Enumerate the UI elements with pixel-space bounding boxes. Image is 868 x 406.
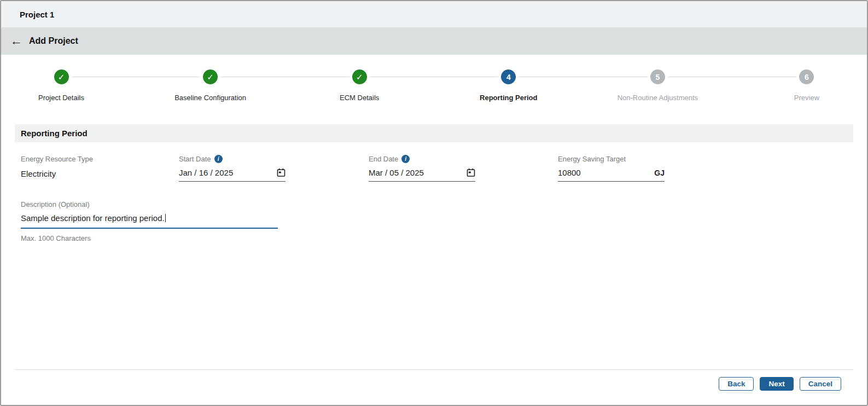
- start-date-value: Jan / 16 / 2025: [179, 168, 233, 177]
- end-date-info-icon[interactable]: i: [401, 155, 410, 163]
- step-1-check-icon: ✓: [54, 69, 69, 84]
- step-4-label: Reporting Period: [480, 94, 537, 102]
- text-caret: [165, 214, 166, 222]
- cancel-button[interactable]: Cancel: [800, 377, 841, 391]
- energy-saving-target-value: 10800: [558, 168, 581, 177]
- energy-saving-target-group: Energy Saving Target 10800 GJ: [558, 155, 665, 182]
- step-baseline-configuration[interactable]: ✓ Baseline Configuration: [164, 69, 257, 102]
- energy-resource-type-group: Energy Resource Type Electricity: [21, 155, 179, 182]
- step-4-number-badge: 4: [501, 69, 516, 84]
- back-arrow-icon[interactable]: ←: [10, 35, 22, 47]
- description-input[interactable]: Sample description for reporting period.: [21, 213, 278, 229]
- energy-resource-type-value: Electricity: [21, 169, 179, 178]
- step-2-check-icon: ✓: [203, 69, 218, 84]
- step-ecm-details[interactable]: ✓ ECM Details: [313, 69, 406, 102]
- energy-resource-type-label: Energy Resource Type: [21, 155, 179, 163]
- description-group: Description (Optional) Sample descriptio…: [21, 200, 847, 242]
- page-titlebar: Project 1: [1, 1, 867, 27]
- step-2-label: Baseline Configuration: [174, 94, 246, 102]
- end-date-group: End Date i Mar / 05 / 2025: [369, 155, 558, 182]
- energy-saving-target-label: Energy Saving Target: [558, 155, 665, 163]
- start-date-input[interactable]: Jan / 16 / 2025: [179, 168, 286, 182]
- energy-saving-target-unit: GJ: [654, 169, 665, 177]
- add-project-window: Project 1 ← Add Project ✓ Project Detail…: [0, 0, 868, 406]
- step-5-number-badge: 5: [650, 69, 665, 84]
- form-content: Energy Resource Type Electricity Start D…: [1, 142, 867, 369]
- step-1-label: Project Details: [38, 94, 84, 102]
- step-6-number-badge: 6: [799, 69, 814, 84]
- section-title: Reporting Period: [21, 129, 88, 138]
- section-header: Reporting Period: [15, 124, 853, 142]
- description-value: Sample description for reporting period.: [21, 213, 165, 223]
- end-date-value: Mar / 05 / 2025: [369, 168, 424, 177]
- start-date-group: Start Date i Jan / 16 / 2025: [179, 155, 369, 182]
- start-date-info-icon[interactable]: i: [214, 155, 223, 163]
- wizard-stepper: ✓ Project Details ✓ Baseline Configurati…: [1, 55, 867, 119]
- step-preview[interactable]: 6 Preview: [760, 69, 853, 102]
- step-6-label: Preview: [794, 94, 819, 102]
- end-date-label: End Date: [369, 155, 398, 163]
- footer-divider: [15, 369, 853, 370]
- description-helper-text: Max. 1000 Characters: [21, 234, 847, 242]
- add-project-header: ← Add Project: [1, 27, 867, 55]
- step-non-routine-adjustments[interactable]: 5 Non-Routine Adjustments: [611, 69, 704, 102]
- step-3-label: ECM Details: [340, 94, 379, 102]
- step-project-details[interactable]: ✓ Project Details: [15, 69, 108, 102]
- start-date-calendar-icon[interactable]: [277, 168, 286, 177]
- step-reporting-period[interactable]: 4 Reporting Period: [462, 69, 555, 102]
- end-date-input[interactable]: Mar / 05 / 2025: [369, 168, 475, 182]
- end-date-calendar-icon[interactable]: [467, 168, 475, 177]
- description-label: Description (Optional): [21, 200, 847, 208]
- add-project-title: Add Project: [29, 36, 78, 46]
- step-3-check-icon: ✓: [352, 69, 367, 84]
- start-date-label: Start Date: [179, 155, 211, 163]
- page-title: Project 1: [20, 10, 54, 19]
- step-5-label: Non-Routine Adjustments: [617, 94, 698, 102]
- back-button[interactable]: Back: [719, 377, 754, 391]
- energy-saving-target-input[interactable]: 10800 GJ: [558, 168, 665, 182]
- next-button[interactable]: Next: [760, 377, 793, 391]
- wizard-footer: Back Next Cancel: [1, 369, 867, 405]
